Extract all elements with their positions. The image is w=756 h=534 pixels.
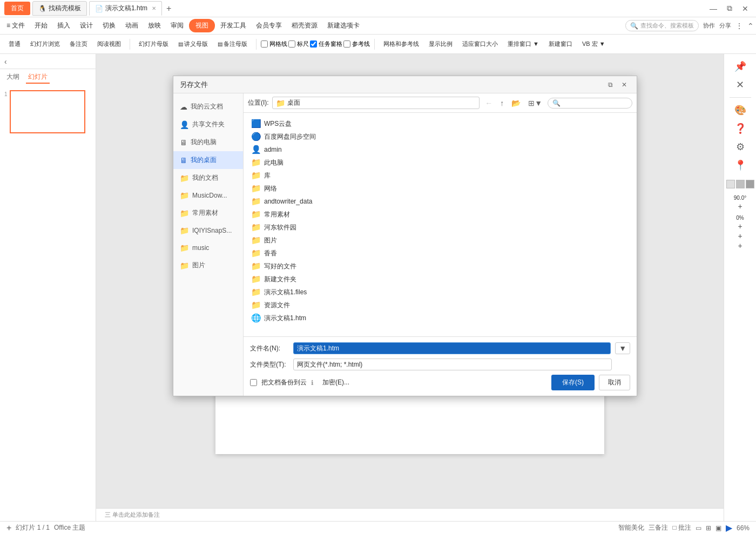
file-name-materials: 常用素材 <box>264 210 290 219</box>
newfolder-icon: 📁 <box>251 274 261 284</box>
dialog-search-input[interactable] <box>563 100 627 106</box>
documents-icon: 📁 <box>180 174 189 182</box>
written-icon: 📁 <box>251 261 261 271</box>
dialog-title: 另存文件 <box>180 80 605 90</box>
encrypt-button[interactable]: 加密(E)... <box>322 378 349 387</box>
pictures-icon: 📁 <box>180 261 189 270</box>
filetype-dropdown[interactable]: 网页文件(*.htm; *.html) <box>293 359 612 370</box>
backup-checkbox-row: 把文档备份到云 ℹ <box>250 378 314 387</box>
nav-up-button[interactable]: ↑ <box>498 98 506 109</box>
file-item-admin[interactable]: 👤 admin <box>248 143 632 156</box>
nav-documents-label: 我的文档 <box>192 173 218 182</box>
nav-music[interactable]: 📁 music <box>173 239 243 256</box>
nav-cloud-docs[interactable]: ☁ 我的云文档 <box>173 98 243 116</box>
nav-back-button[interactable]: ← <box>483 98 495 109</box>
shared-icon: 👤 <box>180 120 189 129</box>
file-item-newfolder[interactable]: 📁 新建文件夹 <box>248 273 632 286</box>
location-input[interactable]: 📁 桌面 <box>272 97 480 109</box>
presentation-files-icon: 📁 <box>251 287 261 297</box>
nav-computer-label: 我的电脑 <box>191 138 217 147</box>
dialog-win-buttons: ⧉ ✕ <box>605 80 630 90</box>
nav-iqiyi[interactable]: 📁 IQIYISnapS... <box>173 222 243 239</box>
save-button[interactable]: 保存(S) <box>551 375 595 390</box>
presentation-htm-icon: 🌐 <box>251 313 261 323</box>
nav-shared-folder[interactable]: 👤 共享文件夹 <box>173 116 243 133</box>
file-name-baidu: 百度网盘同步空间 <box>264 132 316 141</box>
file-name-pictures: 图片 <box>264 236 277 245</box>
footer-buttons: 保存(S) 取消 <box>551 375 630 390</box>
file-item-library[interactable]: 📁 库 <box>248 169 632 182</box>
nav-music-label: music <box>192 244 209 252</box>
file-item-mypc[interactable]: 📁 此电脑 <box>248 156 632 169</box>
filename-dropdown-button[interactable]: ▼ <box>615 342 630 354</box>
hedong-icon: 📁 <box>251 222 261 232</box>
dialog-content-toolbar: 位置(I): 📁 桌面 ← ↑ 📂 ⊞▼ 🔍 <box>244 93 637 113</box>
cancel-button[interactable]: 取消 <box>599 375 630 390</box>
dialog-close-button[interactable]: ✕ <box>618 80 630 90</box>
info-icon[interactable]: ℹ <box>311 379 314 387</box>
dialog-search-icon: 🔍 <box>552 99 561 107</box>
computer-icon: 🖥 <box>180 138 187 147</box>
nav-desktop-label: 我的桌面 <box>191 156 217 165</box>
file-name-mypc: 此电脑 <box>264 158 284 167</box>
file-item-presentation-files[interactable]: 📁 演示文稿1.files <box>248 286 632 299</box>
nav-pictures[interactable]: 📁 图片 <box>173 256 243 274</box>
backup-checkbox[interactable] <box>250 379 257 386</box>
mypc-icon: 📁 <box>251 158 261 167</box>
file-item-presentation-htm[interactable]: 🌐 演示文稿1.htm <box>248 312 632 325</box>
materials-folder-icon: 📁 <box>251 209 261 219</box>
dialog-footer: 文件名(N): ▼ 文件类型(T): 网页文件(*.htm; *.html) <box>244 336 637 396</box>
filetype-row: 文件类型(T): 网页文件(*.htm; *.html) <box>250 359 630 370</box>
file-name-xiangxiang: 香香 <box>264 249 277 258</box>
filename-input[interactable] <box>293 342 611 354</box>
dialog-titlebar: 另存文件 ⧉ ✕ <box>173 76 637 93</box>
materials-icon: 📁 <box>180 209 189 218</box>
file-name-andtowriter: andtowriter_data <box>264 198 312 205</box>
nav-my-computer[interactable]: 🖥 我的电脑 <box>173 133 243 151</box>
file-name-wps: WPS云盘 <box>264 119 292 129</box>
file-name-presentation-htm: 演示文稿1.htm <box>264 314 306 323</box>
location-folder-icon: 📁 <box>276 99 285 107</box>
desktop-icon: 🖥 <box>180 156 187 165</box>
nav-musicdow[interactable]: 📁 MusicDow... <box>173 187 243 204</box>
file-item-xiangxiang[interactable]: 📁 香香 <box>248 247 632 260</box>
library-icon: 📁 <box>251 171 261 180</box>
nav-view-button[interactable]: ⊞▼ <box>526 98 544 109</box>
resource-icon: 📁 <box>251 300 261 310</box>
musicdow-icon: 📁 <box>180 191 189 200</box>
nav-new-folder-button[interactable]: 📂 <box>509 98 523 109</box>
dialog-maximize-button[interactable]: ⧉ <box>605 80 616 90</box>
nav-iqiyi-label: IQIYISnapS... <box>192 227 232 234</box>
file-name-hedong: 河东软件园 <box>264 223 296 232</box>
iqiyi-icon: 📁 <box>180 226 189 235</box>
dialog-nav: ☁ 我的云文档 👤 共享文件夹 🖥 我的电脑 🖥 我的桌面 📁 我的 <box>173 93 244 396</box>
file-item-pictures[interactable]: 📁 图片 <box>248 234 632 247</box>
admin-icon: 👤 <box>251 145 261 154</box>
filetype-label: 文件类型(T): <box>250 360 293 369</box>
file-item-network[interactable]: 📁 网络 <box>248 182 632 195</box>
file-item-hedong[interactable]: 📁 河东软件园 <box>248 221 632 234</box>
file-name-network: 网络 <box>264 184 277 193</box>
file-name-written: 写好的文件 <box>264 262 296 271</box>
nav-cloud-label: 我的云文档 <box>191 102 223 111</box>
network-icon: 📁 <box>251 184 261 193</box>
location-text: 桌面 <box>287 98 300 107</box>
baidu-icon: 🔵 <box>251 132 261 141</box>
file-name-resource: 资源文件 <box>264 301 290 310</box>
andtowriter-icon: 📁 <box>251 197 261 206</box>
file-item-baidu[interactable]: 🔵 百度网盘同步空间 <box>248 130 632 143</box>
file-item-resource[interactable]: 📁 资源文件 <box>248 299 632 312</box>
nav-my-desktop[interactable]: 🖥 我的桌面 <box>173 151 243 169</box>
file-name-library: 库 <box>264 171 271 180</box>
dialog-body: ☁ 我的云文档 👤 共享文件夹 🖥 我的电脑 🖥 我的桌面 📁 我的 <box>173 93 637 396</box>
file-name-admin: admin <box>264 146 282 153</box>
nav-my-documents[interactable]: 📁 我的文档 <box>173 169 243 187</box>
save-dialog-overlay: 另存文件 ⧉ ✕ ☁ 我的云文档 👤 共享文件夹 🖥 我的电脑 <box>0 0 756 534</box>
file-item-wps[interactable]: 🟦 WPS云盘 <box>248 117 632 130</box>
file-item-written[interactable]: 📁 写好的文件 <box>248 260 632 273</box>
filename-label: 文件名(N): <box>250 344 293 353</box>
file-item-andtowriter[interactable]: 📁 andtowriter_data <box>248 195 632 208</box>
filetype-dropdown-wrapper: 网页文件(*.htm; *.html) <box>293 359 612 370</box>
nav-common-materials[interactable]: 📁 常用素材 <box>173 204 243 222</box>
file-item-materials[interactable]: 📁 常用素材 <box>248 208 632 221</box>
